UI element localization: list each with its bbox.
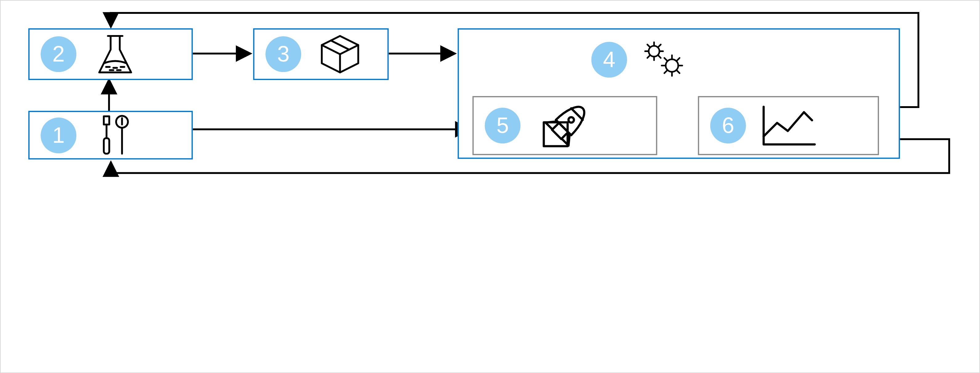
node-package: 3 [253,28,388,80]
gears-icon [641,38,690,81]
svg-line-15 [658,56,661,58]
badge-1: 1 [41,117,76,153]
svg-line-24 [676,70,679,73]
node-flask: 2 [28,28,193,80]
badge-3-num: 3 [277,43,290,65]
badge-6-num: 6 [722,114,734,137]
svg-rect-28 [104,116,109,124]
badge-4-num: 4 [603,49,616,71]
svg-line-21 [664,58,668,61]
node-chart: 6 [698,96,879,155]
svg-line-22 [676,58,679,61]
architecture-diagram: 2 3 4 [0,0,980,373]
badge-4: 4 [592,42,627,78]
chart-icon [757,98,819,153]
badge-5: 5 [485,108,520,143]
badge-1-num: 1 [52,124,65,146]
rocket-icon [532,98,600,152]
badge-3: 3 [266,37,301,72]
tools-icon [88,107,143,163]
badge-6: 6 [710,108,746,143]
svg-line-14 [647,56,650,58]
svg-line-12 [647,44,650,48]
node-tools: 1 [28,111,193,159]
badge-5-num: 5 [496,114,509,137]
node-rocket: 5 [472,96,657,155]
badge-2-num: 2 [52,43,65,65]
node-pipeline-container: 4 [458,28,900,159]
badge-2: 2 [41,37,76,72]
svg-rect-25 [552,123,568,139]
svg-line-23 [664,70,668,73]
package-icon [312,27,368,82]
svg-rect-30 [104,138,109,153]
svg-line-13 [658,44,661,48]
flask-icon [88,27,143,82]
